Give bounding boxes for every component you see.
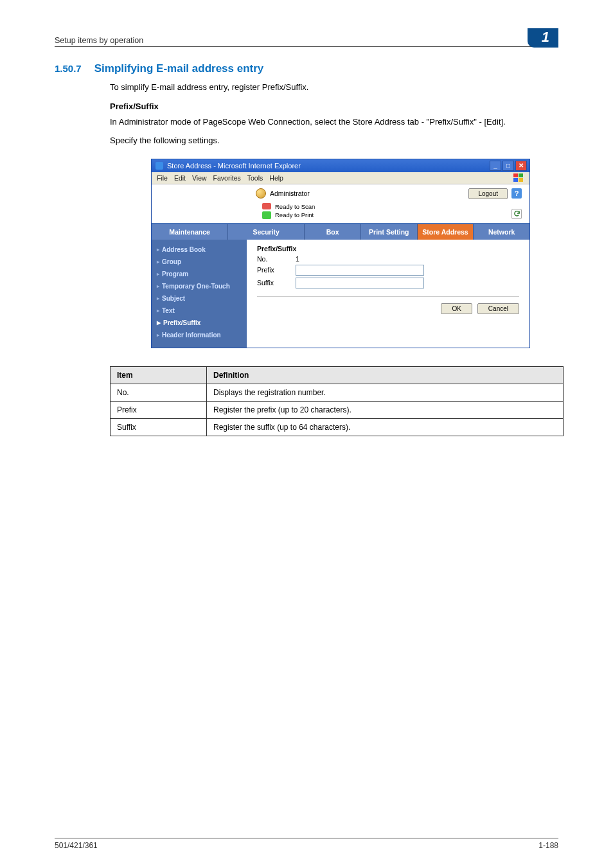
footer-right: 1-188 bbox=[538, 841, 558, 850]
sidebar-item-subject[interactable]: Subject bbox=[154, 292, 244, 305]
tab-store-address[interactable]: Store Address bbox=[418, 224, 474, 240]
section-title: Simplifying E-mail address entry bbox=[94, 62, 264, 75]
breadcrumb: Setup items by operation bbox=[55, 36, 143, 45]
sidebar-item-text[interactable]: Text bbox=[154, 305, 244, 317]
prefix-input[interactable] bbox=[296, 265, 424, 276]
tab-maintenance[interactable]: Maintenance bbox=[152, 224, 228, 240]
sidebar-item-group[interactable]: Group bbox=[154, 256, 244, 268]
menu-bar: File Edit View Favorites Tools Help bbox=[152, 172, 529, 184]
cell-def: Displays the registration number. bbox=[207, 384, 564, 401]
label-suffix: Suffix bbox=[257, 279, 296, 287]
menu-view[interactable]: View bbox=[192, 174, 207, 182]
windows-flag-icon bbox=[513, 173, 524, 182]
cell-item: Prefix bbox=[111, 401, 207, 418]
help-button[interactable]: ? bbox=[511, 188, 522, 199]
table-row: No. Displays the registration number. bbox=[111, 384, 564, 401]
menu-help[interactable]: Help bbox=[269, 174, 283, 182]
logout-button[interactable]: Logout bbox=[468, 188, 508, 199]
browser-window: Store Address - Microsoft Internet Explo… bbox=[151, 159, 530, 348]
suffix-input[interactable] bbox=[296, 278, 424, 288]
ie-logo-icon bbox=[155, 162, 163, 170]
sidebar-item-header-information[interactable]: Header Information bbox=[154, 329, 244, 341]
tab-bar: Maintenance Security Box Print Setting S… bbox=[152, 223, 529, 240]
menu-file[interactable]: File bbox=[157, 174, 168, 182]
definition-table: Item Definition No. Displays the registr… bbox=[110, 366, 564, 436]
divider bbox=[257, 296, 519, 297]
sidebar-item-prefix-suffix[interactable]: Prefix/Suffix bbox=[154, 317, 244, 329]
print-status-icon bbox=[262, 211, 271, 219]
intro-text: To simplify E-mail address entry, regist… bbox=[110, 82, 558, 94]
footer-left: 501/421/361 bbox=[55, 841, 98, 850]
menu-favorites[interactable]: Favorites bbox=[213, 174, 241, 182]
scan-status-icon bbox=[262, 203, 271, 209]
th-definition: Definition bbox=[207, 366, 564, 384]
paragraph-1: In Administrator mode of PageScope Web C… bbox=[110, 116, 558, 128]
cell-def: Register the prefix (up to 20 characters… bbox=[207, 401, 564, 418]
cell-item: Suffix bbox=[111, 418, 207, 436]
tab-box[interactable]: Box bbox=[305, 224, 361, 240]
value-no: 1 bbox=[296, 255, 424, 263]
sidebar-item-program[interactable]: Program bbox=[154, 268, 244, 280]
form-area: Prefix/Suffix No. 1 Prefix Suffix OK Can… bbox=[247, 240, 529, 348]
close-button[interactable]: ✕ bbox=[515, 161, 527, 171]
maximize-button[interactable]: □ bbox=[502, 161, 514, 171]
label-no: No. bbox=[257, 255, 296, 263]
refresh-button[interactable] bbox=[511, 209, 522, 219]
administrator-icon bbox=[256, 188, 266, 199]
sidebar-item-temporary-one-touch[interactable]: Temporary One-Touch bbox=[154, 280, 244, 292]
cell-item: No. bbox=[111, 384, 207, 401]
section-number: 1.50.7 bbox=[55, 63, 82, 74]
table-row: Prefix Register the prefix (up to 20 cha… bbox=[111, 401, 564, 418]
sidebar: Address Book Group Program Temporary One… bbox=[152, 240, 247, 348]
table-row: Suffix Register the suffix (up to 64 cha… bbox=[111, 418, 564, 436]
scan-status-label: Ready to Scan bbox=[275, 203, 315, 210]
label-prefix: Prefix bbox=[257, 266, 296, 274]
tab-network[interactable]: Network bbox=[474, 224, 529, 240]
tab-security[interactable]: Security bbox=[228, 224, 305, 240]
window-title: Store Address - Microsoft Internet Explo… bbox=[167, 162, 301, 170]
tab-print-setting[interactable]: Print Setting bbox=[361, 224, 418, 240]
cell-def: Register the suffix (up to 64 characters… bbox=[207, 418, 564, 436]
page-footer: 501/421/361 1-188 bbox=[55, 838, 558, 850]
chapter-badge: 1 bbox=[528, 28, 558, 48]
minimize-button[interactable]: _ bbox=[490, 161, 501, 171]
form-heading: Prefix/Suffix bbox=[257, 245, 519, 252]
print-status-label: Ready to Print bbox=[275, 211, 314, 218]
page-header: Setup items by operation 1 bbox=[55, 26, 558, 47]
window-titlebar: Store Address - Microsoft Internet Explo… bbox=[152, 159, 529, 172]
sub-heading: Prefix/Suffix bbox=[110, 102, 558, 111]
menu-tools[interactable]: Tools bbox=[247, 174, 263, 182]
menu-edit[interactable]: Edit bbox=[174, 174, 186, 182]
ok-button[interactable]: OK bbox=[441, 303, 472, 314]
cancel-button[interactable]: Cancel bbox=[477, 303, 519, 314]
th-item: Item bbox=[111, 366, 207, 384]
administrator-label: Administrator bbox=[270, 190, 310, 197]
paragraph-2: Specify the following settings. bbox=[110, 135, 558, 147]
sidebar-item-address-book[interactable]: Address Book bbox=[154, 244, 244, 256]
section-heading: 1.50.7 Simplifying E-mail address entry bbox=[55, 62, 558, 75]
